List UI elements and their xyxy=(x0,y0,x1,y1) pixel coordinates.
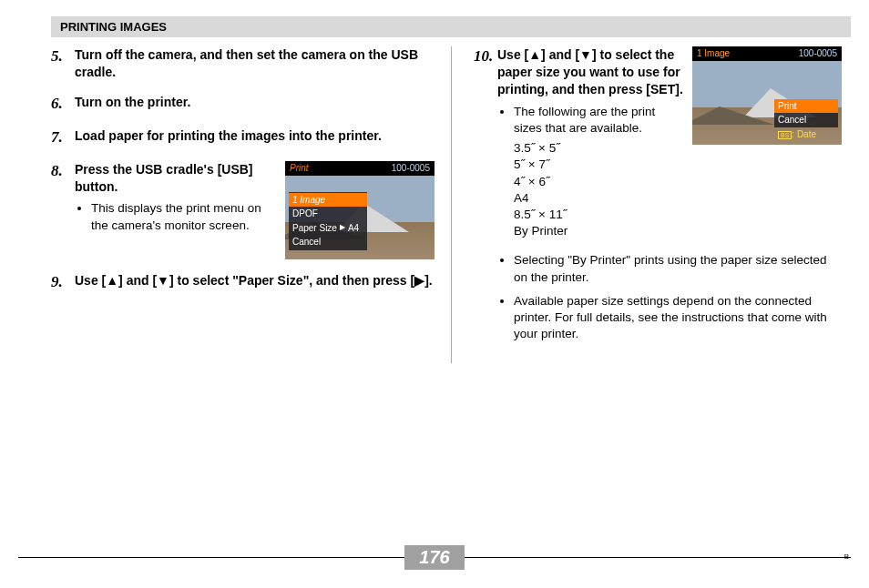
footer-rule xyxy=(465,557,851,558)
step-5: 5. Turn off the camera, and then set the… xyxy=(51,46,434,81)
step-bullet: This displays the print menu on the came… xyxy=(91,200,276,233)
paper-size-option: By Printer xyxy=(514,223,683,239)
menu-item-value: A4 xyxy=(348,222,359,235)
paper-size-option: 8.5˝ × 11˝ xyxy=(514,207,683,223)
page-number: 176 xyxy=(404,545,464,570)
step-bullet: Selecting "By Printer" prints using the … xyxy=(514,252,842,285)
right-arrow-icon: ▶ xyxy=(340,223,345,233)
menu-item-paper-size: Paper Size ▶ A4 xyxy=(289,221,367,236)
step-number: 5. xyxy=(51,46,75,81)
menu-selected-item: Print xyxy=(774,99,838,114)
step-8: 8. Press the USB cradle's [USB] button. … xyxy=(51,161,434,259)
menu-selected-item: 1 Image xyxy=(289,193,367,208)
camera-print-screenshot: 1 Image 100-0005 Print Cancel xyxy=(692,46,842,145)
right-column: 10. Use [▲] and [▼] to select the paper … xyxy=(451,46,851,363)
step-bullet: The following are the print sizes that a… xyxy=(514,104,683,240)
step-6: 6. Turn on the printer. xyxy=(51,94,434,115)
step-text: Turn off the camera, and then set the ca… xyxy=(75,46,434,81)
step-number: 9. xyxy=(51,272,75,293)
camera-menu-screenshot: Print 100-0005 1 Image DPOF xyxy=(285,161,434,259)
screenshot-title: 1 Image xyxy=(697,47,730,60)
step-number: 7. xyxy=(51,127,75,148)
step-text: Load paper for printing the images into … xyxy=(75,127,434,148)
page-footer: 176 xyxy=(18,545,851,570)
date-text: : Date xyxy=(792,129,816,139)
step-10: 10. Use [▲] and [▼] to select the paper … xyxy=(474,46,842,350)
menu-item: Cancel xyxy=(289,235,367,249)
paper-size-option: A4 xyxy=(514,190,683,207)
section-header: PRINTING IMAGES xyxy=(51,16,851,37)
step-text: Turn on the printer. xyxy=(75,94,434,115)
screenshot-frame-number: 100-0005 xyxy=(799,47,837,60)
paper-size-option: 5˝ × 7˝ xyxy=(514,157,683,173)
step-text: Use [▲] and [▼] to select "Paper Size", … xyxy=(75,272,434,293)
bullet-intro-text: The following are the print sizes that a… xyxy=(514,105,655,135)
step-number: 8. xyxy=(51,161,75,259)
step-7: 7. Load paper for printing the images in… xyxy=(51,127,434,148)
paper-size-option: 3.5˝ × 5˝ xyxy=(514,140,683,157)
step-bullet: Available paper size settings depend on … xyxy=(514,293,842,343)
mountain-graphic xyxy=(692,106,774,125)
footer-rule xyxy=(18,557,404,558)
paper-size-option: 4˝ × 6˝ xyxy=(514,174,683,190)
left-column: 5. Turn off the camera, and then set the… xyxy=(51,46,451,363)
step-9: 9. Use [▲] and [▼] to select "Paper Size… xyxy=(51,272,434,293)
menu-item-label: Paper Size xyxy=(292,222,337,235)
print-menu-overlay: Print Cancel BS: Date xyxy=(774,99,838,142)
screenshot-frame-number: 100-0005 xyxy=(392,162,430,175)
bs-key-label: BS xyxy=(778,131,792,139)
menu-item: Cancel xyxy=(774,113,838,127)
step-number: 10. xyxy=(474,46,497,350)
screenshot-title: Print xyxy=(290,162,309,175)
print-menu-overlay: 1 Image DPOF Paper Size ▶ A4 Cancel xyxy=(289,192,367,250)
date-label: BS: Date xyxy=(774,127,838,142)
step-text: Press the USB cradle's [USB] button. xyxy=(75,161,276,196)
corner-mark: B xyxy=(844,553,849,561)
menu-item: DPOF xyxy=(289,207,367,221)
step-text: Use [▲] and [▼] to select the paper size… xyxy=(497,46,683,98)
step-number: 6. xyxy=(51,94,75,115)
